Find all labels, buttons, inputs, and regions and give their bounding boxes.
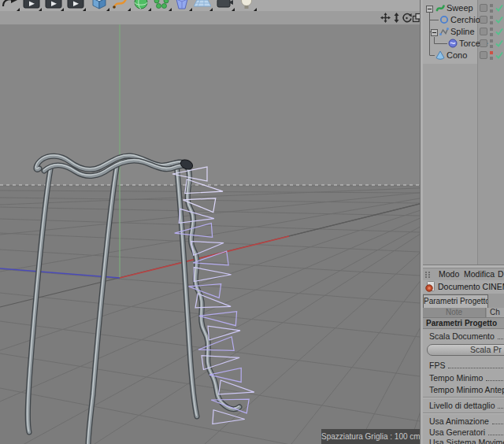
render-dot-toggle[interactable] [490, 33, 493, 36]
attribute-tab-row-1: Parametri Progetto [423, 294, 504, 308]
menu-d[interactable]: D [498, 269, 504, 279]
attribute-label: Usa Animazione [429, 416, 489, 426]
editor-dot-toggle[interactable] [490, 16, 493, 19]
object-label[interactable]: Sweep [447, 3, 473, 13]
attribute-row-scala-documento: Scala Documento [423, 331, 504, 342]
object-row-cerchio[interactable]: Cerchio [423, 14, 504, 26]
attribute-row-usa-generatori: Usa Generatori [423, 427, 504, 438]
editor-dot-toggle[interactable] [490, 51, 493, 54]
crystal-icon[interactable] [172, 0, 193, 11]
object-manager: SweepCerchioSplineTorcereCono [423, 0, 504, 265]
light-icon[interactable] [237, 0, 258, 11]
attribute-row-livello-di-dettaglio: Livello di dettaglio [423, 401, 504, 411]
pan-view-icon[interactable] [380, 12, 391, 22]
sweep-icon [435, 3, 445, 13]
render-dot-toggle[interactable] [490, 57, 493, 60]
enabled-check-icon[interactable] [495, 39, 503, 47]
enabled-check-icon[interactable] [495, 51, 503, 59]
editor-dot-toggle[interactable] [490, 4, 493, 7]
attribute-label: Usa Generatori [429, 427, 485, 437]
grid-spacing-label: Spazziatura Griglia : 100 cm [321, 432, 421, 441]
grip-icon[interactable] [424, 271, 432, 278]
attribute-label: Tempo Minimo Antepri [429, 385, 504, 394]
attribute-separator [423, 413, 504, 414]
section-header: Parametri Progetto [423, 318, 504, 329]
layer-square[interactable] [480, 4, 487, 12]
document-title: Documento CINEMA 4 [438, 282, 504, 291]
attribute-row-fps: FPS [423, 361, 504, 371]
object-row-cono[interactable]: Cono [423, 50, 504, 61]
render-dot-toggle[interactable] [490, 9, 493, 13]
main-toolbar [0, 0, 420, 12]
viewport-3d[interactable]: Spazziatura Griglia : 100 cm [0, 24, 420, 444]
attribute-label: Livello di dettaglio [429, 401, 495, 410]
viewport-titlebar[interactable] [0, 11, 420, 25]
enabled-check-icon[interactable] [495, 4, 503, 12]
attribute-rows: Scala DocumentoScala PrFPSTempo MinimoTe… [423, 329, 504, 444]
layer-square[interactable] [480, 51, 487, 59]
expander-minus-icon[interactable] [431, 28, 438, 35]
circle-spline-icon [439, 15, 449, 24]
attribute-label: FPS [429, 361, 445, 370]
render-view-icon[interactable] [22, 0, 43, 11]
attribute-tab-row-2: Note Ch [423, 308, 504, 318]
attribute-document-row: Documento CINEMA 4 [423, 280, 504, 294]
scala-progetto-button[interactable]: Scala Pr [427, 344, 504, 356]
render-dot-toggle[interactable] [490, 45, 493, 48]
editor-dot-toggle[interactable] [490, 39, 493, 43]
redo-arrow-icon[interactable] [0, 0, 20, 11]
attribute-label: Tempo Minimo [429, 373, 483, 383]
zoom-view-icon[interactable] [391, 12, 402, 22]
object-label[interactable]: Cono [447, 50, 467, 60]
object-label[interactable]: Cerchio [450, 15, 480, 24]
object-label[interactable]: Spline [450, 27, 475, 36]
enabled-check-icon[interactable] [495, 28, 503, 35]
cinema4d-window: Spazziatura Griglia : 100 cm SweepCerchi… [0, 0, 504, 444]
add-cube-icon[interactable] [90, 0, 110, 11]
tab-parametri-progetto[interactable]: Parametri Progetto [423, 294, 488, 308]
grid-spacing-status: Spazziatura Griglia : 100 cm [321, 429, 420, 444]
dotted-leader [498, 408, 503, 409]
menu-modifica[interactable]: Modifica [464, 269, 495, 279]
cone-icon [435, 50, 445, 60]
editor-dot-toggle[interactable] [490, 28, 493, 31]
tab-note[interactable]: Note [423, 308, 486, 317]
camera-icon[interactable] [215, 0, 235, 11]
array-icon[interactable] [152, 0, 172, 11]
attribute-row-usa-sistema-moviment: Usa Sistema Moviment [423, 438, 504, 444]
dotted-leader [498, 339, 503, 339]
attribute-manager-menubar: ModoModificaD [423, 268, 504, 280]
render-dot-toggle[interactable] [490, 21, 493, 24]
render-settings-icon[interactable] [66, 0, 87, 11]
tab-ch[interactable]: Ch [487, 308, 504, 317]
dotted-leader [486, 380, 503, 381]
enabled-check-icon[interactable] [495, 16, 503, 24]
hypernurbs-icon[interactable] [132, 0, 152, 11]
layer-square[interactable] [480, 39, 487, 47]
attribute-label: Scala Documento [429, 331, 495, 341]
attribute-row-usa-animazione: Usa Animazione [423, 416, 504, 427]
viewport-canvas[interactable] [0, 24, 420, 444]
attribute-label: Usa Sistema Moviment [429, 438, 504, 444]
rotate-view-icon[interactable] [402, 12, 412, 22]
twist-deformer-icon [448, 39, 458, 48]
object-row-sweep[interactable]: Sweep [423, 2, 504, 14]
dotted-leader [488, 435, 503, 435]
object-row-spline[interactable]: Spline [423, 26, 504, 38]
expander-minus-icon[interactable] [426, 5, 433, 12]
layer-square[interactable] [480, 16, 487, 24]
layer-square[interactable] [480, 28, 487, 35]
object-row-torcere[interactable]: Torcere [423, 38, 504, 50]
draw-spline-icon[interactable] [111, 0, 132, 11]
attribute-separator [423, 397, 504, 398]
menu-modo[interactable]: Modo [439, 269, 459, 279]
attribute-row-tempo-minimo: Tempo Minimo [423, 373, 504, 383]
dotted-leader [448, 368, 503, 368]
render-picture-viewer-icon[interactable] [44, 0, 65, 11]
c4d-document-icon [425, 281, 435, 292]
dotted-leader [492, 424, 503, 424]
floor-icon[interactable] [193, 0, 213, 11]
right-panel: SweepCerchioSplineTorcereCono ModoModifi… [423, 0, 504, 444]
spline-icon [439, 27, 449, 36]
attribute-row-tempo-minimo-antepri: Tempo Minimo Antepri [423, 385, 504, 395]
